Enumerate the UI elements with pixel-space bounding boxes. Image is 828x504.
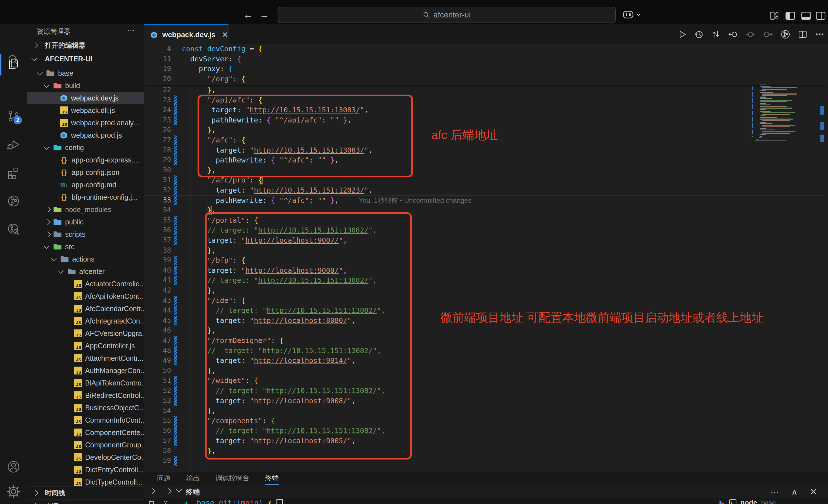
nav-forward-icon[interactable]: → (258, 8, 271, 21)
terminal-list-item[interactable]: node base (719, 499, 776, 504)
tree-item-webpack-prod-analy-[interactable]: JSwebpack.prod.analy... (27, 117, 144, 129)
tree-item-dictentrycontroll-[interactable]: JSDictEntryControll... (27, 463, 144, 476)
tree-item-developcenterco-[interactable]: JSDevelopCenterCo... (27, 451, 144, 463)
tree-item-app-config-json[interactable]: {}app-config.json (27, 166, 144, 179)
project-root-item[interactable]: AFCENTER-UI (27, 52, 144, 66)
tree-item-authmanagercon-[interactable]: JSAuthManagerCon... (27, 364, 144, 377)
tree-item-label: app-config.json (72, 168, 120, 177)
tree-item-appcontroller-js[interactable]: JSAppController.js (27, 339, 144, 352)
tree-item-app-config-md[interactable]: M↓app-config.md (27, 179, 144, 191)
tab-terminal[interactable]: 终端 (265, 472, 279, 485)
gitlens-view-icon[interactable] (4, 192, 23, 210)
webpack-icon (150, 31, 158, 39)
tree-item-componentgroup-[interactable]: JSComponentGroup... (27, 439, 144, 451)
tree-item-afcenter[interactable]: afcenter (27, 265, 144, 278)
commit-graph-icon[interactable] (780, 29, 790, 39)
previous-change-icon[interactable] (728, 30, 738, 39)
run-file-icon[interactable] (677, 30, 687, 39)
tree-item-biapitokencontro-[interactable]: JSBiApiTokenContro... (27, 377, 144, 389)
tree-item-afcversionupgra-[interactable]: JSAFCVersionUpgra... (27, 327, 144, 339)
tree-item-actuatorcontrolle-[interactable]: JSActuatorControlle... (27, 278, 144, 290)
js-file-icon: JS (74, 404, 82, 412)
tab-debug-console[interactable]: 调试控制台 (215, 472, 250, 485)
tree-item-attachmentcontr-[interactable]: JSAttachmentContr... (27, 352, 144, 364)
tree-item-label: public (65, 218, 83, 226)
tree-item-webpack-dev-js[interactable]: webpack.dev.js (27, 92, 144, 104)
explorer-more-actions-icon[interactable]: ⋯ (127, 25, 136, 35)
toggle-secondary-sidebar-button[interactable] (815, 10, 827, 21)
code-line-33[interactable]: 33 pathRewrite: { "^/afc": "" },You, 1秒钟… (144, 195, 828, 205)
tree-item-app-config-express-[interactable]: {}app-config-express.... (27, 154, 144, 166)
overview-ruler[interactable] (820, 24, 824, 472)
tree-item-afcapitokencont-[interactable]: JSAfcApiTokenCont... (27, 290, 144, 303)
tab-webpack-dev-js[interactable]: webpack.dev.js ✕ (144, 24, 229, 44)
tab-close-icon[interactable]: ✕ (222, 30, 228, 39)
timeline-history-icon[interactable] (694, 30, 704, 39)
markdown-file-icon: M↓ (60, 182, 68, 188)
account-icon[interactable] (4, 458, 23, 476)
open-editors-section[interactable]: 打开的编辑器 (27, 39, 144, 52)
tree-item-webpack-dll-js[interactable]: JSwebpack.dll.js (27, 104, 144, 117)
editor-tab-bar: webpack.dev.js ✕ (144, 24, 828, 45)
tree-item-bfp-runtime-config-j-[interactable]: {}bfp-runtime-config.j... (27, 191, 144, 203)
tree-item-base[interactable]: base (27, 67, 144, 79)
chevron-down-icon (44, 243, 50, 248)
settings-gear-icon[interactable] (4, 483, 23, 501)
next-change-icon[interactable] (763, 30, 773, 39)
tree-item-config[interactable]: config (27, 141, 144, 154)
sticky-line-4[interactable]: 4const devConfig = { (144, 44, 828, 54)
tree-item-actions[interactable]: actions (27, 253, 144, 265)
run-debug-view-icon[interactable] (4, 136, 23, 154)
tree-item-build[interactable]: build (27, 79, 144, 92)
current-change-icon[interactable] (745, 30, 755, 39)
tree-item-componentcente-[interactable]: JSComponentCente... (27, 426, 144, 439)
tree-item-biredirectcontrol-[interactable]: JSBiRedirectControl... (27, 389, 144, 402)
tree-item-commoninfocont-[interactable]: JSCommonInfoCont... (27, 414, 144, 426)
tree-item-src[interactable]: src (27, 240, 144, 253)
modified-gutter-bar (174, 216, 177, 225)
tree-item-dicttypecontroll-[interactable]: JSDictTypeControll... (27, 476, 144, 486)
tree-item-scripts[interactable]: scripts (27, 228, 144, 240)
copilot-menu[interactable] (622, 9, 641, 20)
tree-item-public[interactable]: public (27, 216, 144, 228)
tree-item-node-modules[interactable]: node_modules (27, 203, 144, 216)
nav-back-icon[interactable]: ← (242, 8, 254, 21)
outline-section[interactable]: 大纲 (27, 499, 144, 504)
toggle-panel-button[interactable] (800, 10, 812, 21)
close-panel-icon[interactable]: ✕ (810, 487, 817, 497)
toggle-sidebar-button[interactable] (784, 10, 796, 21)
tab-output[interactable]: 输出 (186, 472, 200, 485)
tree-item-label: base (58, 69, 73, 78)
terminal-process-detail: base (761, 499, 776, 504)
tree-item-label: AttachmentContr... (85, 354, 143, 362)
split-editor-icon[interactable] (798, 30, 808, 39)
maximize-panel-icon[interactable]: ∧ (791, 487, 797, 497)
terminal-content[interactable]: ➜ base git:(main) ✗ node base (144, 498, 828, 504)
modified-gutter-bar (174, 105, 177, 115)
code-line-32[interactable]: 32 target: "http://10.15.15.151:12023/", (144, 185, 828, 195)
chevron-down-icon[interactable] (176, 487, 182, 493)
gitlens-inspect-view-icon[interactable] (4, 220, 23, 238)
sticky-line-19[interactable]: 19 proxy: { (144, 64, 828, 74)
explorer-view-icon[interactable] (4, 55, 23, 73)
tree-item-label: config (65, 144, 84, 152)
extensions-view-icon[interactable] (4, 164, 23, 182)
tree-item-label: build (65, 82, 80, 90)
timeline-section[interactable]: 时间线 (27, 486, 144, 499)
compare-changes-icon[interactable] (711, 30, 720, 39)
chevron-down-icon (44, 144, 50, 149)
command-center-search[interactable]: afcenter-ui (278, 7, 616, 23)
code-line-22[interactable]: 22 }, (144, 85, 828, 95)
plug-icon (148, 499, 155, 504)
tree-item-webpack-prod-js[interactable]: webpack.prod.js (27, 129, 144, 141)
tree-item-businessobjectc-[interactable]: JSBusinessObjectC... (27, 402, 144, 414)
sticky-line-11[interactable]: 11 devServer: { (144, 54, 828, 64)
panel-more-actions-icon[interactable]: ⋯ (771, 487, 779, 497)
chevron-down-icon (31, 55, 37, 61)
sticky-line-20[interactable]: 20 "/org": { (144, 74, 828, 84)
customize-layout-button[interactable] (768, 10, 781, 21)
tab-problems[interactable]: 问题 (156, 472, 171, 485)
tree-item-afccalendarcontr-[interactable]: JSAfcCalendarContr... (27, 303, 144, 315)
tree-item-afcintegratedcon-[interactable]: JSAfcIntegratedCon... (27, 315, 144, 327)
active-view-indicator (0, 54, 1, 76)
